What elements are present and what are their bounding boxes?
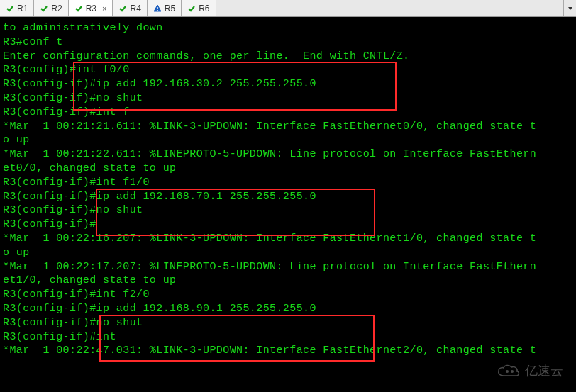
watermark: 亿速云 [497, 362, 563, 379]
terminal-line: R3(config-if)#no shut [3, 203, 573, 218]
terminal-line: R3#conf t [3, 35, 573, 50]
terminal-line: R3(config-if)#int f2/0 [3, 288, 573, 302]
terminal-line: et1/0, changed state to up [3, 274, 573, 288]
tab-spacer [216, 0, 564, 16]
tab-label: R1 [17, 4, 28, 13]
check-icon [74, 4, 83, 13]
tab-r5[interactable]: R5 [148, 0, 182, 16]
terminal-line: o up [3, 133, 573, 147]
tab-r1[interactable]: R1 [0, 0, 34, 16]
watermark-text: 亿速云 [525, 362, 563, 379]
check-icon [118, 4, 127, 13]
terminal-line: R3(config-if)#int f1/0 [3, 176, 573, 190]
terminal-line: R3(config-if)#no shut [3, 316, 573, 330]
terminal-line: to administratively down [3, 21, 573, 35]
tab-dropdown-button[interactable] [563, 0, 576, 16]
terminal-line: *Mar 1 00:21:22.611: %LINEPROTO-5-UPDOWN… [3, 147, 573, 162]
terminal-line: R3(config-if)# [3, 218, 573, 232]
terminal-line: *Mar 1 00:22:16.207: %LINK-3-UPDOWN: Int… [3, 232, 573, 246]
svg-point-5 [511, 370, 514, 373]
terminal-line: R3(config-if)#no shut [3, 91, 573, 106]
terminal-line: *Mar 1 00:21:21.611: %LINK-3-UPDOWN: Int… [3, 120, 573, 134]
svg-marker-3 [568, 7, 572, 10]
terminal-line: R3(config-if)#ip add 192.168.30.2 255.25… [3, 77, 573, 91]
tab-r4[interactable]: R4 [113, 0, 147, 16]
terminal-line: R3(config-if)#ip add 192.168.70.1 255.25… [3, 190, 573, 204]
svg-rect-2 [157, 10, 157, 11]
close-icon[interactable]: × [102, 4, 106, 13]
check-icon [187, 4, 196, 13]
tab-bar: R1R2R3×R4R5R6 [0, 0, 576, 17]
terminal-line: R3(config-if)#ip add 192.168.90.1 255.25… [3, 302, 573, 316]
tab-r2[interactable]: R2 [34, 0, 68, 16]
tab-label: R3 [86, 4, 96, 13]
warning-icon [153, 4, 162, 13]
terminal-line: R3(config-if)#int [3, 330, 573, 345]
terminal-line: *Mar 1 00:22:47.031: %LINK-3-UPDOWN: Int… [3, 344, 573, 358]
tab-label: R4 [130, 4, 140, 13]
tab-label: R5 [165, 4, 175, 13]
terminal-line: *Mar 1 00:22:17.207: %LINEPROTO-5-UPDOWN… [3, 260, 573, 274]
tab-r6[interactable]: R6 [182, 0, 216, 16]
terminal-line: R3(config-if)#int f [3, 106, 573, 120]
terminal-line: o up [3, 246, 573, 260]
check-icon [40, 4, 48, 13]
svg-point-4 [506, 370, 509, 373]
tab-label: R2 [51, 4, 62, 13]
check-icon [6, 4, 14, 13]
terminal-line: Enter configuration commands, one per li… [3, 50, 573, 64]
terminal-line: R3(config)#int f0/0 [3, 63, 573, 77]
tab-label: R6 [199, 4, 209, 13]
cloud-icon [497, 363, 521, 379]
tab-r3[interactable]: R3× [69, 0, 113, 16]
terminal-line: et0/0, changed state to up [3, 162, 573, 176]
svg-rect-1 [157, 7, 157, 9]
terminal-output[interactable]: to administratively downR3#conf tEnter c… [0, 17, 576, 392]
